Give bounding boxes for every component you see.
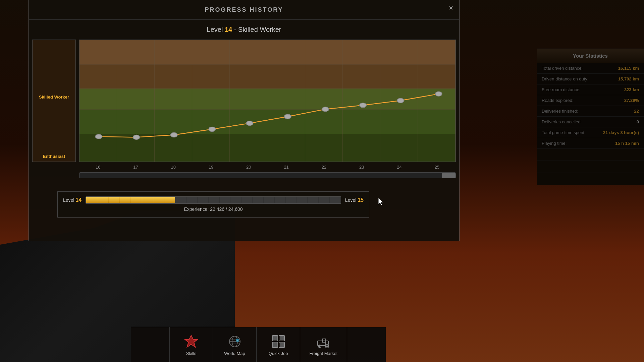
- nav-item-worldmap[interactable]: ● World Map: [213, 327, 257, 362]
- chart-area: Skilled Worker Enthusiast: [29, 40, 459, 178]
- skills-icon: [183, 334, 199, 350]
- nav-item-freight[interactable]: Freight Market: [300, 327, 347, 362]
- svg-point-5: [284, 114, 291, 119]
- skilled-worker-label: Skilled Worker: [39, 95, 69, 100]
- level-right-prefix: Level: [345, 197, 356, 203]
- ps-5: [131, 197, 142, 203]
- x-label-21: 21: [267, 165, 305, 170]
- worldmap-icon: ●: [227, 334, 243, 350]
- svg-point-9: [435, 92, 442, 96]
- pe-6: [230, 197, 241, 203]
- pe-8: [253, 197, 263, 203]
- chart-line: [79, 40, 455, 162]
- svg-point-3: [209, 127, 215, 132]
- level-header: Level 14 - Skilled Worker: [29, 20, 459, 40]
- level-left-prefix: Level: [63, 197, 74, 203]
- chart-scrollbar[interactable]: [79, 172, 456, 178]
- freight-icon: [316, 334, 332, 350]
- chart-labels-panel: Skilled Worker Enthusiast: [32, 40, 76, 162]
- worldmap-label: World Map: [224, 351, 245, 356]
- pe-5: [220, 197, 230, 203]
- skills-label: Skills: [186, 351, 196, 356]
- scrollbar-thumb[interactable]: [442, 173, 455, 178]
- progress-section: Level 14: [57, 191, 369, 218]
- svg-point-8: [397, 98, 404, 103]
- pe-10: [275, 197, 285, 203]
- experience-text: Experience: 22,426 / 24,600: [63, 206, 364, 212]
- svg-point-4: [246, 121, 253, 126]
- pe-9: [264, 197, 274, 203]
- chart-grid: [79, 40, 456, 162]
- ps-1: [86, 197, 97, 203]
- x-axis-labels: 16 17 18 19 20 21 22 23 24 25: [79, 162, 456, 170]
- pe-14: [319, 197, 329, 203]
- progress-history-modal: PROGRESS HISTORY × Level 14 - Skilled Wo…: [29, 0, 460, 241]
- x-label-19: 19: [192, 165, 230, 170]
- x-label-17: 17: [117, 165, 154, 170]
- svg-point-0: [95, 134, 102, 139]
- svg-point-6: [322, 107, 329, 112]
- ps-6: [142, 197, 153, 203]
- svg-point-2: [171, 132, 177, 137]
- quickjob-label: Quick Job: [269, 351, 288, 356]
- svg-point-1: [133, 135, 140, 139]
- svg-point-32: [326, 345, 328, 347]
- bottom-nav-bar: Skills ● World Map: [131, 327, 386, 362]
- level-right-num-val: 15: [358, 197, 364, 203]
- svg-text:●: ●: [236, 340, 238, 342]
- level-prefix: Level: [207, 26, 225, 33]
- modal-title: PROGRESS HISTORY: [29, 0, 459, 20]
- pe-12: [297, 197, 307, 203]
- svg-rect-25: [280, 336, 284, 340]
- svg-point-30: [319, 346, 320, 347]
- pe-11: [286, 197, 297, 203]
- x-label-24: 24: [380, 165, 418, 170]
- close-button[interactable]: ×: [449, 4, 453, 12]
- pe-1: [175, 197, 186, 203]
- x-label-23: 23: [343, 165, 380, 170]
- pe-7: [241, 197, 252, 203]
- level-left-label: Level 14: [63, 197, 82, 203]
- svg-rect-24: [273, 343, 277, 347]
- x-label-18: 18: [155, 165, 192, 170]
- ps-4: [120, 197, 130, 203]
- chart-container: 16 17 18 19 20 21 22 23 24 25: [79, 40, 456, 178]
- freight-label: Freight Market: [310, 351, 338, 356]
- level-number: 14: [225, 26, 232, 33]
- ps-8: [164, 197, 175, 203]
- svg-point-7: [360, 103, 366, 108]
- x-label-22: 22: [305, 165, 343, 170]
- ps-3: [109, 197, 119, 203]
- progress-empty: [175, 197, 340, 203]
- enthusiast-label: Enthusiast: [43, 154, 65, 159]
- ps-2: [97, 197, 108, 203]
- nav-item-skills[interactable]: Skills: [169, 327, 213, 362]
- pe-15: [330, 197, 340, 203]
- level-left-num-val: 14: [75, 197, 82, 203]
- x-label-16: 16: [79, 165, 117, 170]
- svg-rect-26: [280, 343, 284, 347]
- progress-bar: [86, 196, 341, 204]
- progress-bar-row: Level 14: [63, 196, 364, 204]
- quickjob-icon: [270, 334, 286, 350]
- pe-4: [209, 197, 219, 203]
- nav-item-quickjob[interactable]: Quick Job: [257, 327, 300, 362]
- x-label-25: 25: [418, 165, 456, 170]
- pe-13: [308, 197, 318, 203]
- pe-3: [198, 197, 208, 203]
- ps-7: [153, 197, 164, 203]
- pe-2: [186, 197, 197, 203]
- progress-filled: [86, 197, 175, 203]
- x-label-20: 20: [230, 165, 267, 170]
- svg-rect-23: [273, 336, 277, 340]
- level-right-label: Level 15: [345, 197, 364, 203]
